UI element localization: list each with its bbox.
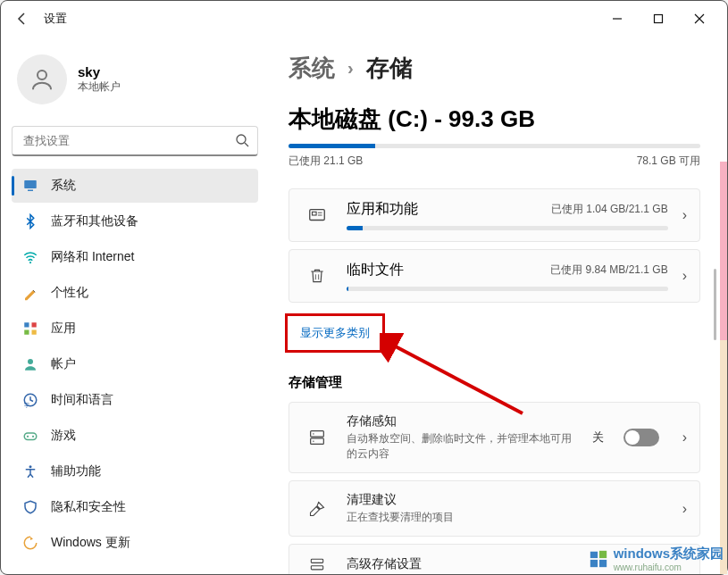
personalize-icon <box>22 285 38 301</box>
breadcrumb-current: 存储 <box>366 53 413 84</box>
windows-logo-icon <box>589 549 608 569</box>
svg-point-28 <box>313 440 314 441</box>
category-apps[interactable]: 应用和功能 已使用 1.04 GB/21.1 GB › <box>289 188 700 242</box>
search-box <box>12 126 258 156</box>
storage-sense-toggle[interactable] <box>623 429 659 446</box>
disk-title: 本地磁盘 (C:) - 99.3 GB <box>289 104 700 135</box>
svg-point-17 <box>32 436 34 438</box>
wifi-icon <box>22 249 38 265</box>
bluetooth-icon <box>22 213 38 229</box>
search-input[interactable] <box>12 126 258 156</box>
nav-item-label: 游戏 <box>51 428 76 444</box>
nav-item-label: 应用 <box>51 321 76 337</box>
accessibility-icon <box>22 463 38 479</box>
decorative-strip <box>720 54 727 574</box>
nav-item-label: 时间和语言 <box>51 392 113 408</box>
system-icon <box>22 178 38 194</box>
nav-item-label: 辅助功能 <box>51 463 101 479</box>
avatar <box>17 54 67 104</box>
disk-used-label: 已使用 21.1 GB <box>289 154 363 169</box>
svg-rect-6 <box>28 190 33 192</box>
category-temp-files[interactable]: 临时文件 已使用 9.84 MB/21.1 GB › <box>289 249 700 303</box>
arrow-left-icon <box>15 12 29 26</box>
category-bar <box>347 226 668 230</box>
watermark-brand: windows系统家园 <box>614 546 724 562</box>
svg-rect-25 <box>311 431 324 437</box>
profile-block[interactable]: sky 本地帐户 <box>12 47 258 121</box>
svg-rect-1 <box>655 15 663 23</box>
sidebar: sky 本地帐户 系统蓝牙和其他设备网络和 Internet个性化应用帐户字时间… <box>1 37 269 574</box>
nav-item-update[interactable]: Windows 更新 <box>12 526 258 560</box>
nav-item-bluetooth[interactable]: 蓝牙和其他设备 <box>12 204 258 238</box>
storage-sense-row[interactable]: 存储感知 自动释放空间、删除临时文件，并管理本地可用的云内容 关 › <box>289 402 700 473</box>
cleanup-suggestions-row[interactable]: 清理建议 正在查找要清理的项目 › <box>289 480 700 537</box>
nav-item-apps[interactable]: 应用 <box>12 312 258 346</box>
svg-text:字: 字 <box>24 402 29 408</box>
maximize-button[interactable] <box>638 4 679 33</box>
maximize-icon <box>653 13 664 24</box>
toggle-state-label: 关 <box>592 429 604 446</box>
settings-icon <box>302 555 332 573</box>
minimize-button[interactable] <box>597 4 638 33</box>
time-icon: 字 <box>22 392 38 408</box>
svg-point-27 <box>313 433 314 434</box>
nav-item-accessibility[interactable]: 辅助功能 <box>12 454 258 488</box>
close-icon <box>694 13 705 24</box>
breadcrumb-parent[interactable]: 系统 <box>289 53 335 84</box>
scrollbar[interactable] <box>714 269 716 340</box>
person-icon <box>29 66 55 93</box>
svg-point-12 <box>28 359 33 364</box>
back-button[interactable] <box>8 4 37 33</box>
svg-rect-20 <box>313 212 317 215</box>
chevron-right-icon: › <box>682 268 687 284</box>
svg-rect-33 <box>599 551 607 558</box>
nav-item-label: 系统 <box>51 178 76 194</box>
svg-rect-26 <box>311 438 324 444</box>
nav-item-time[interactable]: 字时间和语言 <box>12 383 258 417</box>
drive-icon <box>302 428 332 447</box>
titlebar: 设置 <box>1 1 727 37</box>
category-title: 应用和功能 <box>347 200 418 219</box>
nav-item-privacy[interactable]: 隐私和安全性 <box>12 490 258 524</box>
apps-icon <box>22 321 38 337</box>
profile-subtitle: 本地帐户 <box>78 79 121 95</box>
account-icon <box>22 356 38 372</box>
svg-rect-32 <box>590 552 597 558</box>
apps-icon <box>302 205 332 225</box>
nav-item-gaming[interactable]: 游戏 <box>12 419 258 453</box>
svg-rect-11 <box>32 330 37 335</box>
watermark: windows系统家园 www.ruhaifu.com <box>589 546 724 572</box>
storage-sense-desc: 自动释放空间、删除临时文件，并管理本地可用的云内容 <box>347 431 578 462</box>
show-more-categories-link[interactable]: 显示更多类别 <box>298 320 372 346</box>
nav-item-label: 网络和 Internet <box>51 249 134 265</box>
privacy-icon <box>22 499 38 515</box>
nav-item-label: 隐私和安全性 <box>51 499 126 515</box>
cleanup-desc: 正在查找要清理的项目 <box>347 510 668 525</box>
close-button[interactable] <box>679 4 720 33</box>
svg-point-18 <box>29 465 32 468</box>
nav-item-system[interactable]: 系统 <box>12 169 258 203</box>
nav-item-label: 蓝牙和其他设备 <box>51 213 138 229</box>
svg-point-2 <box>38 71 46 79</box>
svg-rect-10 <box>24 330 29 335</box>
nav-item-personalize[interactable]: 个性化 <box>12 276 258 310</box>
nav-item-label: Windows 更新 <box>51 535 130 551</box>
category-used-label: 已使用 9.84 MB/21.1 GB <box>550 262 667 278</box>
disk-usage-bar <box>289 144 700 148</box>
category-used-label: 已使用 1.04 GB/21.1 GB <box>551 202 668 217</box>
gaming-icon <box>22 428 38 444</box>
trash-icon <box>302 267 332 285</box>
svg-rect-9 <box>32 322 37 327</box>
chevron-right-icon: › <box>682 429 687 446</box>
nav-item-wifi[interactable]: 网络和 Internet <box>12 240 258 274</box>
svg-rect-15 <box>24 433 37 440</box>
category-bar <box>347 287 668 291</box>
update-icon <box>22 535 38 551</box>
watermark-sub: www.ruhaifu.com <box>614 562 724 572</box>
main-content: 系统 › 存储 本地磁盘 (C:) - 99.3 GB 已使用 21.1 GB … <box>269 37 727 574</box>
svg-rect-34 <box>590 560 597 567</box>
svg-point-16 <box>27 436 29 438</box>
svg-rect-29 <box>311 559 322 562</box>
nav-item-account[interactable]: 帐户 <box>12 347 258 381</box>
category-title: 临时文件 <box>347 261 404 279</box>
